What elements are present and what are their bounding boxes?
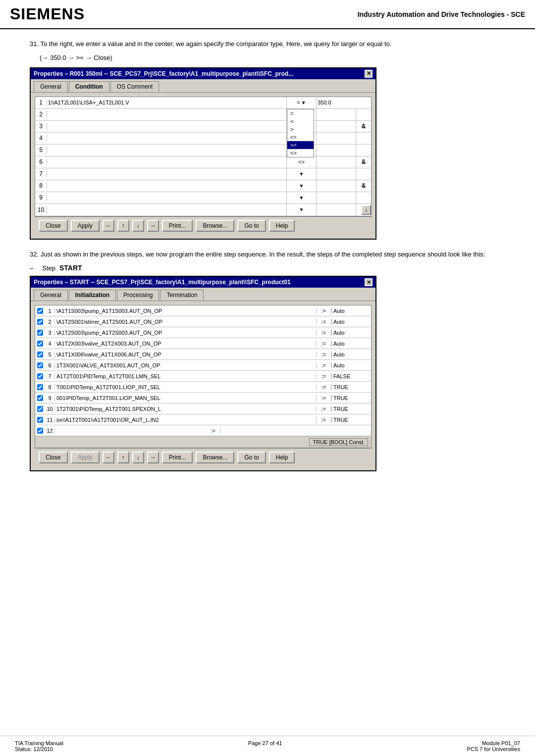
cond-field-10[interactable] bbox=[47, 204, 287, 216]
props-value-7[interactable]: FALSE bbox=[331, 373, 371, 379]
cond-value-10[interactable] bbox=[317, 204, 356, 216]
condition-dialog-close-btn[interactable]: ✕ bbox=[365, 70, 373, 78]
props-field-9[interactable]: 001\PIDTemp_A1T2T001.LIOP_MAN_SEL bbox=[55, 395, 317, 401]
print-button-2[interactable]: Print... bbox=[162, 452, 193, 463]
tab-os-comment[interactable]: OS Comment bbox=[110, 81, 160, 92]
props-value-10[interactable]: TRUE bbox=[331, 406, 371, 412]
cond-field-5[interactable] bbox=[47, 145, 287, 156]
props-field-5[interactable]: \A1T1X006\valve_A1T1X006.AUT_ON_OP bbox=[55, 352, 317, 357]
props-value-1[interactable]: Auto bbox=[331, 308, 371, 314]
down-button[interactable]: ↓ bbox=[132, 220, 144, 232]
cond-op-8[interactable]: ▼ bbox=[287, 180, 317, 192]
props-field-3[interactable]: \A1T2S003\pump_A1T2S003.AUT_ON_OP bbox=[55, 330, 317, 336]
props-op-10: := bbox=[317, 406, 331, 412]
props-field-8[interactable]: T001\PIDTemp_A1T2T001.LIOP_INT_SEL bbox=[55, 384, 317, 390]
forward-button[interactable]: → bbox=[147, 220, 159, 232]
cond-field-3[interactable] bbox=[47, 121, 287, 132]
props-field-4[interactable]: \A1T2X003\valve_A1T2X003.AUT_ON_OP bbox=[55, 341, 317, 347]
header-title: Industry Automation and Drive Technologi… bbox=[358, 10, 525, 18]
props-value-5[interactable]: Auto bbox=[331, 352, 371, 357]
cond-value-5[interactable] bbox=[317, 145, 356, 156]
props-value-11[interactable]: TRUE bbox=[331, 417, 371, 423]
cond-field-4[interactable] bbox=[47, 133, 287, 144]
browse-button[interactable]: Browse... bbox=[196, 220, 234, 232]
props-field-6[interactable]: 1T3X001\VALVE_A1T3X001.AUT_ON_OP bbox=[55, 362, 317, 368]
props-value-3[interactable]: Auto bbox=[331, 330, 371, 336]
help-button[interactable]: Help bbox=[269, 220, 295, 232]
props-check-4[interactable] bbox=[35, 341, 45, 347]
cond-value-2[interactable] bbox=[317, 109, 356, 120]
props-value-6[interactable]: Auto bbox=[331, 362, 371, 368]
browse-button-2[interactable]: Browse... bbox=[196, 452, 234, 463]
cond-op-10[interactable]: ▼ bbox=[287, 204, 317, 216]
goto-button[interactable]: Go to bbox=[237, 220, 266, 232]
apply-button-2[interactable]: Apply bbox=[71, 452, 100, 463]
down-button-2[interactable]: ↓ bbox=[132, 452, 144, 463]
props-check-7[interactable] bbox=[35, 373, 45, 379]
page-footer: TIA Training Manual Status: 12/2010 Page… bbox=[0, 736, 535, 756]
tab-processing[interactable]: Processing bbox=[117, 290, 159, 301]
props-field-7[interactable]: A1T2T001\PIDTemp_A1T2T001.LMN_SEL bbox=[55, 373, 317, 379]
cond-value-3[interactable] bbox=[317, 121, 356, 132]
cond-value-7[interactable] bbox=[317, 168, 356, 180]
cond-field-2[interactable] bbox=[47, 109, 287, 120]
print-button[interactable]: Print... bbox=[162, 220, 193, 232]
props-check-6[interactable] bbox=[35, 362, 45, 368]
cond-op-2[interactable]: = = < > <= >= <> bbox=[287, 109, 317, 120]
props-check-12[interactable] bbox=[35, 428, 45, 434]
up-button[interactable]: ↑ bbox=[117, 220, 129, 232]
cond-field-1[interactable]: 1\\A1T2L001\LISA+_A1T2L001.V bbox=[47, 97, 287, 108]
props-check-8[interactable] bbox=[35, 384, 45, 390]
props-num-8: 8 bbox=[45, 384, 55, 390]
props-value-4[interactable]: Auto bbox=[331, 341, 371, 347]
page-content: 31. To the right, we enter a value and i… bbox=[0, 34, 535, 486]
apply-button[interactable]: Apply bbox=[71, 220, 100, 232]
cond-value-4[interactable] bbox=[317, 133, 356, 144]
tab-general-2[interactable]: General bbox=[34, 290, 68, 301]
tab-general[interactable]: General bbox=[34, 81, 68, 92]
start-dialog-close-btn[interactable]: ✕ bbox=[365, 278, 373, 286]
props-field-2[interactable]: \A1T2S001\stirrer_A1T2S001.AUT_ON_OP bbox=[55, 319, 317, 325]
props-check-1[interactable] bbox=[35, 308, 45, 314]
cond-field-7[interactable] bbox=[47, 168, 287, 180]
cond-field-8[interactable] bbox=[47, 180, 287, 192]
props-value-2[interactable]: Auto bbox=[331, 319, 371, 325]
back-button-2[interactable]: ← bbox=[103, 452, 114, 463]
cond-row-8: 8 ▼ & bbox=[35, 180, 371, 192]
props-check-11[interactable] bbox=[35, 417, 45, 423]
cond-op-6[interactable]: <> bbox=[287, 156, 317, 168]
close-button-2[interactable]: Close bbox=[39, 452, 68, 463]
props-field-10[interactable]: 1T2T001\PIDTemp_A1T2T001.SPEXON_L bbox=[55, 406, 317, 412]
props-value-9[interactable]: TRUE bbox=[331, 395, 371, 401]
props-check-3[interactable] bbox=[35, 330, 45, 336]
props-check-9[interactable] bbox=[35, 395, 45, 401]
op-dropdown-popup[interactable]: = < > <= >= <> bbox=[287, 109, 314, 157]
cond-value-6[interactable] bbox=[317, 156, 356, 168]
cond-row-4: 4 > bbox=[35, 133, 371, 145]
goto-button-2[interactable]: Go to bbox=[237, 452, 266, 463]
cond-field-9[interactable] bbox=[47, 192, 287, 203]
props-check-5[interactable] bbox=[35, 352, 45, 357]
back-button[interactable]: ← bbox=[103, 220, 114, 232]
help-button-2[interactable]: Help bbox=[269, 452, 295, 463]
cond-field-6[interactable] bbox=[47, 156, 287, 168]
cond-op-9[interactable]: ▼ bbox=[287, 192, 317, 203]
props-field-1[interactable]: \A1T1S003\pump_A1T1S003.AUT_ON_OP bbox=[55, 308, 317, 314]
up-button-2[interactable]: ↑ bbox=[117, 452, 129, 463]
props-value-8[interactable]: TRUE bbox=[331, 384, 371, 390]
cond-op-7[interactable]: ▼ bbox=[287, 168, 317, 180]
props-row-4: 4 \A1T2X003\valve_A1T2X003.AUT_ON_OP := … bbox=[35, 338, 371, 349]
cond-op-1[interactable]: = ▼ bbox=[287, 97, 317, 108]
close-button[interactable]: Close bbox=[39, 220, 68, 232]
forward-button-2[interactable]: → bbox=[147, 452, 159, 463]
scroll-down-btn[interactable]: ↓ bbox=[361, 205, 371, 215]
tab-initialization[interactable]: Initialization bbox=[69, 290, 116, 301]
tab-termination[interactable]: Termination bbox=[160, 290, 204, 301]
props-field-11[interactable]: ion\A1T2T001\\A1T2T001\OR_AUT_L.IN2 bbox=[55, 417, 317, 423]
tab-condition[interactable]: Condition bbox=[69, 81, 109, 92]
cond-value-1[interactable]: 350.0 bbox=[317, 97, 356, 108]
cond-value-9[interactable] bbox=[317, 192, 356, 203]
props-check-10[interactable] bbox=[35, 406, 45, 412]
cond-value-8[interactable] bbox=[317, 180, 356, 192]
props-check-2[interactable] bbox=[35, 319, 45, 325]
